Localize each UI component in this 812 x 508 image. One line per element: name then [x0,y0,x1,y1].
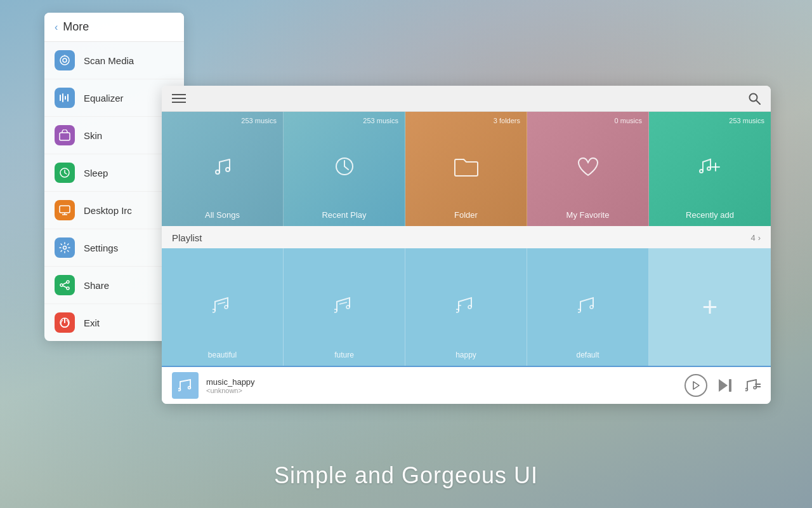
category-all-songs[interactable]: 253 musics All Songs [162,112,284,226]
svg-line-24 [756,100,760,104]
playlist-header: Playlist 4 › [162,226,771,248]
svg-rect-7 [60,133,70,140]
settings-icon [55,237,75,258]
svg-point-1 [63,58,67,62]
svg-line-17 [63,286,67,288]
sidebar-label-exit: Exit [84,318,100,328]
back-icon[interactable]: ‹ [55,22,58,33]
playlist-count: 4 [750,233,755,243]
category-my-favorite[interactable]: 0 musics My Favorite [527,112,649,226]
playlist-happy-label: happy [455,351,476,359]
svg-point-32 [213,309,215,312]
svg-point-36 [346,305,350,309]
sidebar-label-scan-media: Scan Media [84,55,134,66]
svg-rect-4 [62,93,63,102]
folder-icon [454,156,479,177]
my-favorite-count: 0 musics [615,117,642,124]
playlist-future[interactable]: future [284,248,405,366]
svg-point-13 [67,281,69,283]
svg-point-29 [707,167,710,170]
menu-icon[interactable] [172,93,186,104]
folder-label: Folder [454,210,478,220]
scan-media-icon [55,50,75,70]
playlist-beautiful-label: beautiful [208,351,237,359]
svg-point-49 [754,387,756,389]
recent-play-label: Recent Play [322,210,366,220]
svg-rect-6 [67,94,69,102]
desktop-irc-icon [55,200,75,220]
share-icon [55,275,75,295]
top-bar [162,86,771,112]
category-recently-add[interactable]: 253 musics Recently add [649,112,771,226]
svg-point-48 [745,389,748,391]
skin-icon [55,125,75,145]
sidebar-label-share: Share [84,280,109,291]
recently-add-label: Recently add [686,210,734,220]
playlist-nav-icon: › [758,233,761,243]
svg-line-34 [218,302,225,304]
search-icon[interactable] [748,92,761,105]
playlist-add[interactable]: + [649,248,771,366]
recently-add-icon [698,154,722,178]
equalizer-icon [55,88,75,108]
category-folder[interactable]: 3 folders Folder [405,112,527,226]
folder-count: 3 folders [494,117,520,124]
playlist-beautiful[interactable]: beautiful [162,248,284,366]
svg-line-16 [63,283,67,284]
svg-point-35 [334,309,337,312]
sidebar-label-skin: Skin [84,130,102,141]
sidebar-title: More [63,20,89,34]
playlist-nav[interactable]: 4 › [750,233,761,243]
svg-point-0 [60,56,69,65]
svg-marker-45 [693,382,699,389]
all-songs-label: All Songs [205,210,240,220]
playlist-default-icon [578,297,598,314]
svg-point-25 [216,170,219,174]
main-panel: 253 musics All Songs 253 musics Recent P… [162,86,771,404]
svg-marker-46 [719,379,728,392]
tagline: Simple and Gorgeous UI [0,462,812,489]
sleep-icon [55,163,75,183]
category-recent-play[interactable]: 253 musics Recent Play [284,112,405,226]
sidebar-label-settings: Settings [84,243,118,253]
svg-point-42 [590,305,593,309]
svg-point-12 [63,246,67,250]
svg-rect-47 [729,379,731,392]
player-controls [684,374,761,397]
player-title: music_happy [206,377,677,387]
sidebar-label-equalizer: Equalizer [84,93,124,104]
svg-point-44 [188,387,191,389]
playlist-default[interactable]: default [527,248,649,366]
playlist-beautiful-icon [213,297,233,314]
recent-play-icon [332,154,357,178]
playlist-future-label: future [334,351,354,359]
playlist-happy[interactable]: happy [405,248,527,366]
recently-add-count: 253 musics [729,117,764,124]
svg-line-37 [339,302,347,304]
svg-point-14 [60,284,63,286]
queue-button[interactable] [745,379,761,392]
svg-rect-3 [60,95,61,101]
sidebar-header: ‹ More [44,13,184,42]
playlist-future-icon [334,297,355,314]
svg-point-28 [700,170,703,173]
svg-point-43 [178,389,181,391]
next-button[interactable] [717,378,735,393]
player-info: music_happy <unknown> [206,377,677,394]
all-songs-icon [211,154,235,178]
add-playlist-icon: + [702,294,718,321]
my-favorite-icon [576,155,600,178]
player-thumbnail [172,372,199,399]
sidebar-item-scan-media[interactable]: Scan Media [44,42,184,79]
svg-point-33 [225,305,228,309]
all-songs-count: 253 musics [241,117,277,124]
player-artist: <unknown> [206,387,677,394]
play-button[interactable] [684,374,707,397]
exit-icon [55,312,75,333]
svg-point-39 [468,305,471,309]
my-favorite-label: My Favorite [566,210,610,220]
recent-play-count: 253 musics [363,117,398,124]
svg-point-41 [578,309,580,312]
sidebar-label-desktop-irc: Desktop Irc [84,205,132,216]
svg-rect-9 [60,206,70,213]
